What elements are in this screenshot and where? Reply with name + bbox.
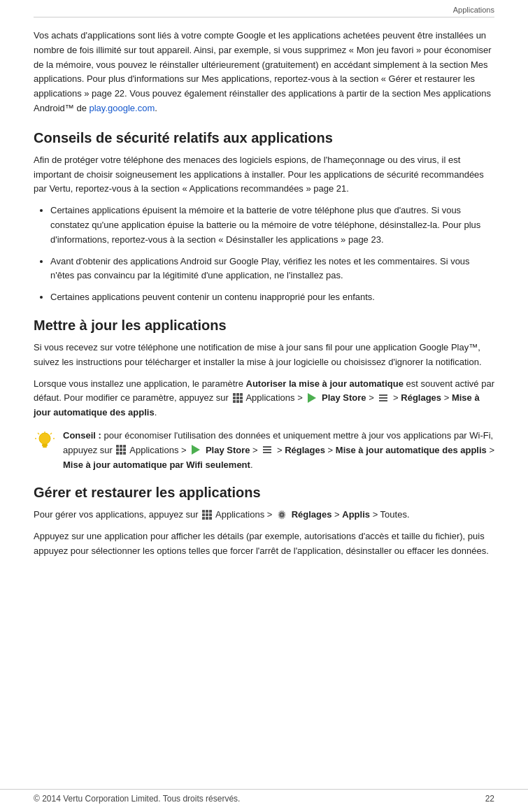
svg-line-8 <box>38 433 39 434</box>
update-nav1: Applications > <box>245 392 305 403</box>
menu-icon <box>378 392 389 404</box>
list-item: Certaines applications peuvent contenir … <box>50 290 494 305</box>
gear-icon <box>276 509 287 520</box>
play-store-icon <box>306 392 317 404</box>
footer-copyright: © 2014 Vertu Corporation Limited. Tous d… <box>34 794 240 804</box>
intro-text-start: Vos achats d'applications sont liés à vo… <box>34 30 492 113</box>
tip-nav-sep2: > <box>250 445 260 455</box>
manage-para1-start: Pour gérer vos applications, appuyez sur <box>34 509 201 520</box>
tip-text-content: Conseil : pour économiser l'utilisation … <box>63 429 494 472</box>
svg-rect-1 <box>379 394 387 396</box>
section-update-para: Lorsque vous installez une application, … <box>34 377 494 420</box>
tip-nav-sep3: > <box>277 445 285 455</box>
apps-grid-icon <box>233 393 243 403</box>
update-nav4: Réglages <box>401 392 441 403</box>
tip-nav6: Mise à jour automatique par Wifi seuleme… <box>63 460 250 470</box>
menu-icon-tip <box>262 444 273 455</box>
play-store-icon-tip <box>190 444 201 455</box>
footer-page-number: 22 <box>485 794 494 804</box>
security-bullet-list: Certaines applications épuisent la mémoi… <box>50 204 494 305</box>
tip-box: Conseil : pour économiser l'utilisation … <box>34 429 494 472</box>
manage-nav-sep2: > <box>331 509 342 520</box>
tip-nav2: Play Store <box>206 445 250 455</box>
manage-para1: Pour gérer vos applications, appuyez sur… <box>34 508 494 522</box>
svg-rect-2 <box>379 397 387 399</box>
intro-text-end: . <box>155 103 157 113</box>
apps-grid-icon-manage <box>202 510 212 520</box>
update-nav2: Play Store <box>322 392 366 403</box>
tip-label: Conseil : <box>63 430 101 441</box>
svg-rect-6 <box>43 446 47 448</box>
update-nav-sep4: > <box>441 392 452 403</box>
svg-marker-12 <box>192 445 200 455</box>
svg-rect-14 <box>263 449 271 450</box>
update-bold1: Autoriser la mise à jour automatique <box>246 378 404 389</box>
page-footer: © 2014 Vertu Corporation Limited. Tous d… <box>0 789 528 804</box>
list-item: Certaines applications épuisent la mémoi… <box>50 204 494 247</box>
manage-para1-end: . <box>407 509 410 520</box>
section-update-heading: Mettre à jour les applications <box>34 318 494 334</box>
page-container: Applications Vos achats d'applications s… <box>0 0 528 594</box>
manage-nav4: Toutes <box>380 509 407 520</box>
section-security: Conseils de sécurité relatifs aux applic… <box>34 130 494 305</box>
section-security-intro: Afin de protéger votre téléphone des men… <box>34 153 494 197</box>
section-security-heading: Conseils de sécurité relatifs aux applic… <box>34 130 494 146</box>
svg-rect-15 <box>263 452 271 453</box>
manage-nav-sep3: > <box>370 509 380 520</box>
tip-nav4: Réglages <box>285 445 325 455</box>
section-update-intro: Si vous recevez sur votre téléphone une … <box>34 341 494 370</box>
manage-nav3: Applis <box>342 509 370 520</box>
page-header-title: Applications <box>453 6 494 14</box>
play-google-link[interactable]: play.google.com <box>90 103 155 113</box>
manage-nav2: Réglages <box>292 509 332 520</box>
update-para-start: Lorsque vous installez une application, … <box>34 378 246 389</box>
tip-nav5: Mise à jour automatique des applis <box>336 445 487 455</box>
list-item: Avant d'obtenir des applications Android… <box>50 255 494 284</box>
update-nav-sep2: > <box>366 392 377 403</box>
section-manage-heading: Gérer et restaurer les applications <box>34 485 494 501</box>
update-nav-sep3: > <box>393 392 401 403</box>
tip-nav-sep4: > <box>325 445 336 455</box>
section-manage: Gérer et restaurer les applications Pour… <box>34 485 494 558</box>
section-update: Mettre à jour les applications Si vous r… <box>34 318 494 472</box>
svg-rect-5 <box>42 444 48 446</box>
svg-point-4 <box>39 433 50 444</box>
tip-end: . <box>250 460 253 470</box>
svg-rect-13 <box>263 446 271 448</box>
manage-nav1: Applications > <box>215 509 275 520</box>
top-bar: Applications <box>34 6 494 17</box>
apps-grid-icon-tip <box>116 445 126 455</box>
svg-rect-3 <box>379 400 387 401</box>
svg-marker-0 <box>308 393 316 403</box>
tip-nav-sep5: > <box>487 445 494 455</box>
manage-para2: Appuyez sur une application pour affiche… <box>34 529 494 559</box>
svg-line-10 <box>50 433 52 434</box>
update-para-end: . <box>155 407 157 418</box>
tip-nav1: Applications > <box>129 445 189 455</box>
tip-lightbulb-icon <box>34 430 56 453</box>
intro-paragraph: Vos achats d'applications sont liés à vo… <box>34 29 494 116</box>
